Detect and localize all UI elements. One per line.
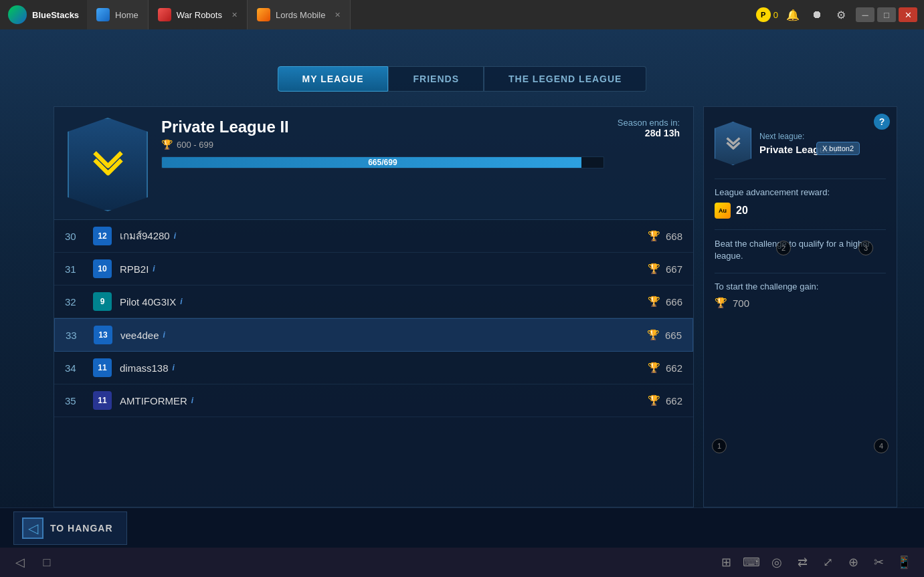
row-name: AMTIFORMER i [120,395,640,407]
title-bar: BlueStacks Home War Robots ✕ Lords Mobil… [0,0,924,29]
record-icon[interactable]: ⏺ [808,5,826,24]
row-score: 🏆 668 [648,230,682,242]
apps-icon[interactable]: ⊞ [717,553,735,572]
row-rank: 33 [66,330,86,341]
row-name: Pilot 40G3IX i [120,296,640,308]
score-trophy-icon: 🏆 [648,362,660,374]
tab-legend-league[interactable]: THE LEGEND LEAGUE [484,66,646,92]
taskbar: ◁ □ ⊞ ⌨ ◎ ⇄ ⤢ ⊕ ✂ 📱 [0,548,924,577]
maximize-button[interactable]: □ [877,7,896,22]
settings-icon[interactable]: ⚙ [832,5,850,24]
advancement-label: League advancement reward: [715,187,886,197]
location-icon[interactable]: ⊕ [844,553,862,572]
tab-legend-label: THE LEGEND LEAGUE [509,74,622,84]
row-rank: 32 [65,296,85,308]
row-rank: 35 [65,395,85,407]
range-trophy-icon: 🏆 [161,139,173,150]
taskbar-left: ◁ □ [11,553,56,572]
league-badge [68,118,148,211]
tab-war-robots[interactable]: War Robots ✕ [149,0,248,29]
tooltip-1: 1 [712,439,727,453]
reward-value: Au 20 [715,203,886,219]
tab-friends-label: FRIENDS [413,74,459,84]
score-trophy-icon: 🏆 [647,329,660,341]
row-level: 11 [93,358,112,377]
lords-mobile-tab-icon [257,8,270,21]
gain-label: To start the challenge gain: [715,281,886,292]
tab-lords-mobile[interactable]: Lords Mobile ✕ [248,0,351,29]
score-trophy-icon: 🏆 [648,263,660,275]
next-league-label: Next league: [759,132,836,141]
bottom-bar: ◁ TO HANGAR [0,507,924,548]
keyboard-icon[interactable]: ⌨ [742,553,761,572]
season-info: Season ends in: 28d 13h [618,118,680,138]
tab-home[interactable]: Home [87,0,149,29]
row-name: RPB2I i [120,263,640,275]
info-icon[interactable]: i [180,297,182,306]
minimize-button[interactable]: ─ [856,7,874,22]
progress-text: 665/699 [368,158,397,167]
row-name: dimass138 i [120,362,640,374]
x-button-tooltip: X button2 [816,142,860,155]
gain-section: To start the challenge gain: 🏆 700 [715,281,886,309]
tab-my-league[interactable]: MY LEAGUE [278,66,389,92]
league-range: 🏆 600 - 699 [161,139,604,150]
notification-icon[interactable]: 🔔 [783,5,802,24]
row-level: 12 [93,227,112,245]
score-trophy-icon: 🏆 [648,296,660,308]
row-level: 9 [93,292,112,311]
pts-circle: P [756,7,771,22]
tab-war-close[interactable]: ✕ [232,11,238,19]
row-level: 10 [93,259,112,278]
help-button[interactable]: ? [874,114,890,130]
bluestacks-name: BlueStacks [32,10,79,20]
tab-friends[interactable]: FRIENDS [389,66,484,92]
info-icon[interactable]: i [153,264,155,273]
table-row: 30 12 เกมส์94280 i 🏆 668 [54,220,693,253]
back-icon[interactable]: ◁ [11,553,29,572]
league-name: Private League II [161,118,604,136]
tab-lords-label: Lords Mobile [276,10,325,20]
camera-icon[interactable]: ◎ [767,553,786,572]
row-score: 🏆 662 [648,394,682,407]
title-bar-left: BlueStacks Home War Robots ✕ Lords Mobil… [0,0,351,29]
window-icon[interactable]: □ [37,553,56,572]
info-icon[interactable]: i [163,330,165,340]
hangar-label: TO HANGAR [50,523,113,534]
close-button[interactable]: ✕ [899,7,917,22]
tooltip-3: 3 [858,241,873,255]
home-tab-icon [96,8,110,21]
tab-home-label: Home [115,10,138,20]
au-badge-icon: Au [715,203,731,219]
progress-bar-container: 665/699 [161,156,604,168]
info-icon[interactable]: i [191,396,193,405]
gain-amount: 700 [733,298,749,309]
row-score: 🏆 667 [648,263,682,275]
tooltip-2: 2 [776,241,791,255]
nav-tabs: MY LEAGUE FRIENDS THE LEGEND LEAGUE [278,66,647,92]
advancement-reward-section: League advancement reward: Au 20 [715,187,886,219]
tab-lords-close[interactable]: ✕ [335,11,341,19]
divider [715,179,886,179]
share-icon[interactable]: ⇄ [793,553,812,572]
cut-icon[interactable]: ✂ [869,553,888,572]
table-row: 32 9 Pilot 40G3IX i 🏆 666 [54,285,693,318]
row-level: 11 [93,391,112,410]
pts-value: 0 [773,10,778,20]
window-controls: ─ □ ✕ [856,7,917,22]
tooltip-4: 4 [874,439,889,453]
fullscreen-icon[interactable]: ⤢ [818,553,837,572]
row-rank: 31 [65,263,85,275]
row-score: 🏆 666 [648,296,682,308]
info-icon[interactable]: i [173,363,175,372]
war-robots-tab-icon [158,8,171,21]
left-panel: Private League II 🏆 600 - 699 665/699 Se… [54,106,694,507]
row-name: เกมส์94280 i [120,228,640,244]
info-icon[interactable]: i [174,231,176,241]
bluestacks-icon [8,5,27,24]
reward-amount: 20 [736,205,748,217]
row-score: 🏆 662 [648,362,682,374]
hangar-button[interactable]: ◁ TO HANGAR [13,511,127,545]
mobile-icon[interactable]: 📱 [895,553,913,572]
divider [715,273,886,273]
